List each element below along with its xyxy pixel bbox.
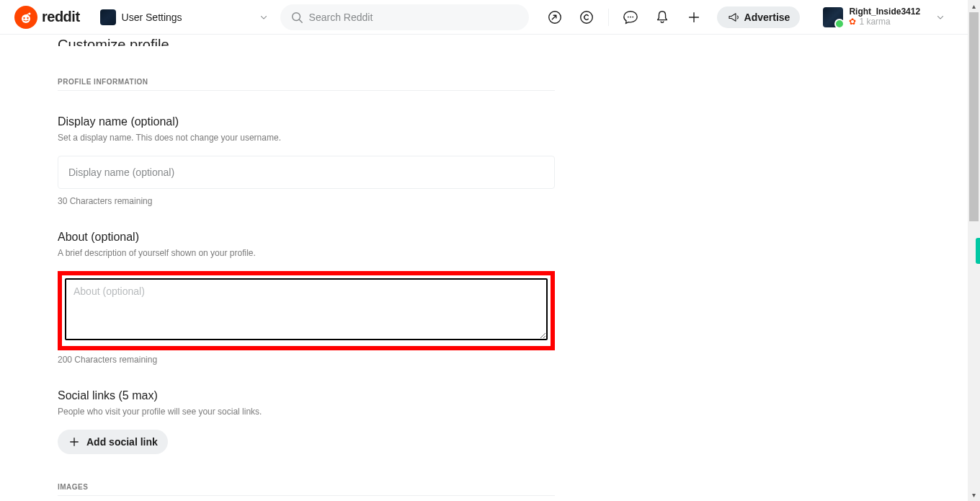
add-social-link-button[interactable]: Add social link [58, 430, 168, 454]
display-name-input[interactable] [58, 156, 555, 189]
reddit-wordmark: reddit [42, 9, 80, 25]
svg-point-1 [23, 17, 24, 18]
top-header: reddit User Settings [0, 0, 968, 35]
chat-icon[interactable] [618, 4, 643, 30]
community-dropdown[interactable]: User Settings [94, 6, 275, 28]
scroll-up-arrow[interactable]: ▴ [968, 0, 980, 12]
svg-point-2 [27, 17, 28, 18]
search-bar[interactable] [280, 4, 529, 30]
advertise-button[interactable]: Advertise [717, 6, 801, 28]
svg-point-6 [580, 11, 592, 23]
svg-point-8 [630, 16, 631, 17]
avatar-thumbnail [100, 9, 116, 25]
svg-point-0 [22, 14, 30, 23]
user-karma: 1 karma [859, 17, 890, 27]
user-karma-line: ✿ 1 karma [849, 17, 920, 27]
about-title: About (optional) [58, 231, 555, 244]
section-label-profile-info: PROFILE INFORMATION [58, 78, 555, 91]
field-about: About (optional) A brief description of … [58, 231, 555, 365]
page-body: Customize profile PROFILE INFORMATION Di… [0, 35, 968, 496]
display-name-desc: Set a display name. This does not change… [58, 133, 555, 143]
svg-point-4 [292, 12, 300, 20]
user-menu[interactable]: Right_Inside3412 ✿ 1 karma [823, 7, 945, 27]
about-remaining: 200 Characters remaining [58, 355, 555, 365]
header-actions: Advertise Right_Inside3412 ✿ 1 karma [542, 4, 946, 30]
about-desc: A brief description of yourself shown on… [58, 248, 555, 258]
social-desc: People who visit your profile will see y… [58, 407, 555, 417]
divider [608, 9, 609, 26]
snoo-icon [14, 6, 37, 29]
scroll-accent [976, 238, 980, 264]
social-title: Social links (5 max) [58, 389, 555, 402]
plus-icon [68, 435, 81, 448]
add-social-link-label: Add social link [86, 436, 158, 448]
avatar [823, 7, 843, 27]
user-name: Right_Inside3412 [849, 7, 920, 17]
notifications-icon[interactable] [649, 4, 675, 30]
popular-icon[interactable] [542, 4, 568, 30]
field-social-links: Social links (5 max) People who visit yo… [58, 389, 555, 454]
advertise-label: Advertise [744, 12, 790, 23]
scrollbar-thumb[interactable] [969, 12, 979, 221]
svg-point-7 [627, 16, 628, 17]
about-textarea[interactable] [65, 278, 548, 340]
section-label-images: IMAGES [58, 483, 555, 496]
scroll-down-arrow[interactable]: ▾ [968, 489, 980, 501]
display-name-remaining: 30 Characters remaining [58, 196, 555, 206]
chevron-down-icon [259, 12, 269, 22]
user-meta: Right_Inside3412 ✿ 1 karma [849, 7, 920, 26]
reddit-logo[interactable]: reddit [14, 6, 80, 29]
display-name-title: Display name (optional) [58, 115, 555, 128]
create-post-icon[interactable] [681, 4, 707, 30]
search-icon [290, 11, 303, 24]
megaphone-icon [727, 11, 740, 24]
karma-icon: ✿ [849, 17, 856, 27]
svg-point-9 [632, 16, 633, 17]
search-input[interactable] [309, 12, 519, 23]
settings-content: Customize profile PROFILE INFORMATION Di… [58, 35, 555, 496]
community-dropdown-label: User Settings [122, 12, 253, 23]
chevron-down-icon [935, 12, 945, 22]
coin-icon[interactable] [574, 4, 600, 30]
about-highlight-box [58, 271, 555, 350]
page-title: Customize profile [58, 32, 555, 46]
field-display-name: Display name (optional) Set a display na… [58, 115, 555, 206]
